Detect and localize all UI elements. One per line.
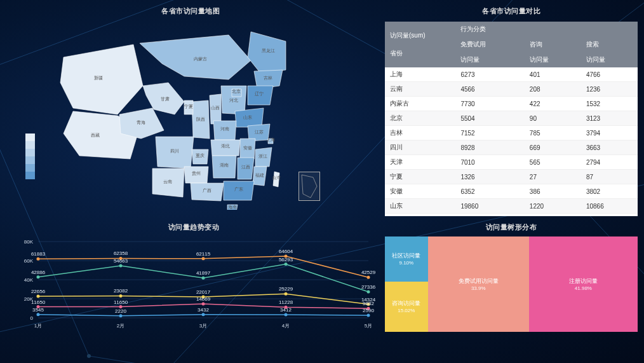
data-point[interactable]	[202, 313, 205, 316]
data-point[interactable]	[202, 302, 205, 305]
legend-step	[25, 134, 35, 141]
province-label: 湖北	[221, 144, 230, 148]
map-title: 各省市访问量地图	[0, 6, 381, 16]
th-cat: 行为分类	[455, 22, 638, 37]
value-label: 42529	[361, 270, 376, 275]
cell-pct: 33.9%	[471, 285, 486, 291]
treemap-cell[interactable]: 免费试用访问量33.9%	[428, 236, 529, 332]
data-point[interactable]	[285, 263, 288, 266]
map-inset	[299, 172, 320, 201]
table-row[interactable]: 天津70105652794	[385, 155, 638, 170]
table-row[interactable]: 宁夏13262787	[385, 170, 638, 184]
data-point[interactable]	[367, 290, 370, 293]
legend-step	[25, 164, 35, 172]
province-label: 黑龙江	[262, 48, 275, 53]
province-label: 新疆	[94, 76, 103, 80]
province-label: 陕西	[196, 117, 205, 121]
data-point[interactable]	[37, 313, 40, 316]
value-label: 3545	[32, 307, 44, 313]
map-panel: 各省市访问量地图 新疆西藏青海甘肃内蒙古黑龙江吉林辽宁河北北京山西陕西宁夏山东河…	[0, 6, 381, 216]
th-sub3: 访问量	[581, 52, 638, 67]
cell-name: 免费试用访问量	[459, 277, 499, 285]
table-row[interactable]: 上海62734014766	[385, 67, 638, 82]
th-sub1: 访问量	[455, 52, 524, 67]
cell-name: 社区访问量	[392, 252, 420, 260]
province-label: 海南	[228, 205, 237, 209]
cell-name: 注册访问量	[569, 277, 598, 285]
table-row[interactable]: 吉林71527853794	[385, 126, 638, 140]
data-point[interactable]	[285, 313, 288, 316]
data-point[interactable]	[119, 314, 123, 317]
china-map[interactable]: 新疆西藏青海甘肃内蒙古黑龙江吉林辽宁河北北京山西陕西宁夏山东河南江苏安徽上海浙江…	[57, 25, 330, 210]
table-row[interactable]: 山西4205451568	[385, 214, 638, 217]
table-row[interactable]: 云南45662081236	[385, 82, 638, 97]
value-label: 22017	[196, 289, 211, 295]
value-label: 56293	[279, 257, 293, 263]
value-label: 27336	[361, 284, 376, 290]
value-label: 9882	[363, 301, 374, 306]
map-legend	[25, 134, 38, 179]
value-label: 64604	[279, 249, 293, 254]
value-label: 23082	[114, 288, 128, 294]
province-label: 西藏	[91, 133, 100, 137]
cell-name: 咨询访问量	[392, 299, 420, 308]
table-wrap[interactable]: 访问量(sum) 省份 行为分类 免费试用 咨询 搜索 访问量 访问量 访问量	[385, 22, 638, 216]
table-panel: 各省市访问量对比 访问量(sum) 省份 行为分类 免费试用 咨询 搜索	[385, 6, 638, 216]
table-row[interactable]: 安徽63523863802	[385, 184, 638, 199]
province-label: 辽宁	[255, 92, 264, 96]
value-label: 41897	[196, 270, 211, 276]
treemap-cell[interactable]: 注册访问量41.98%	[529, 236, 638, 332]
value-label: 25229	[279, 286, 293, 292]
data-point[interactable]	[119, 264, 123, 268]
table-body: 上海62734014766云南45662081236内蒙古77304221532…	[385, 67, 638, 216]
province-label: 四川	[170, 149, 179, 153]
province-label: 青海	[137, 120, 145, 125]
province-label: 宁夏	[184, 104, 193, 109]
th-col2: 咨询	[525, 37, 581, 52]
data-point[interactable]	[285, 292, 288, 296]
data-point[interactable]	[202, 277, 205, 280]
province-label: 浙江	[258, 154, 267, 158]
legend-step	[25, 156, 35, 164]
y-tick: 60K	[24, 258, 34, 264]
province-label: 福建	[255, 173, 264, 177]
table-head: 访问量(sum) 省份 行为分类 免费试用 咨询 搜索 访问量 访问量 访问量	[385, 22, 638, 67]
y-tick: 40K	[24, 277, 34, 283]
treemap-cell[interactable]: 咨询访问量15.02%	[385, 282, 428, 332]
data-point[interactable]	[202, 257, 205, 260]
table-row[interactable]: 四川89286693663	[385, 140, 638, 155]
value-label: 11650	[114, 299, 128, 305]
x-tick: 4月	[282, 323, 290, 329]
table-row[interactable]: 山东19860122010866	[385, 199, 638, 214]
province-label: 广东	[234, 187, 243, 191]
province-label: 上海	[266, 137, 275, 142]
value-label: 61883	[31, 251, 46, 257]
data-point[interactable]	[37, 257, 40, 261]
province-label: 台湾	[272, 175, 281, 180]
province-label: 重庆	[196, 153, 205, 158]
y-tick: 0	[30, 315, 34, 321]
value-label: 2590	[363, 308, 374, 313]
province-label: 河南	[220, 127, 229, 131]
y-tick: 80K	[24, 239, 34, 245]
value-label: 11228	[279, 299, 293, 305]
value-label: 62358	[114, 250, 128, 256]
x-tick: 3月	[199, 323, 207, 329]
table-row[interactable]: 内蒙古77304221532	[385, 97, 638, 111]
data-point[interactable]	[367, 276, 370, 279]
line-chart[interactable]: 020K40K60K80K1月2月3月4月5月61883623586211564…	[6, 235, 381, 334]
treemap-cell[interactable]: 社区访问量9.10%	[385, 236, 428, 282]
data-point[interactable]	[367, 314, 370, 317]
data-point[interactable]	[37, 295, 40, 298]
data-point[interactable]	[37, 275, 40, 278]
value-label: 2220	[115, 308, 126, 314]
treemap-box[interactable]: 社区访问量9.10%免费试用访问量33.9%注册访问量41.98%咨询访问量15…	[385, 236, 638, 332]
table-row[interactable]: 北京5504903123	[385, 111, 638, 126]
province-label: 山东	[243, 115, 252, 120]
x-tick: 2月	[117, 323, 124, 329]
data-point[interactable]	[119, 294, 123, 298]
svg-point-8	[87, 354, 91, 358]
table-title: 各省市访问量对比	[385, 6, 638, 16]
value-label: 14669	[196, 296, 211, 302]
province-label: 安徽	[243, 146, 252, 151]
